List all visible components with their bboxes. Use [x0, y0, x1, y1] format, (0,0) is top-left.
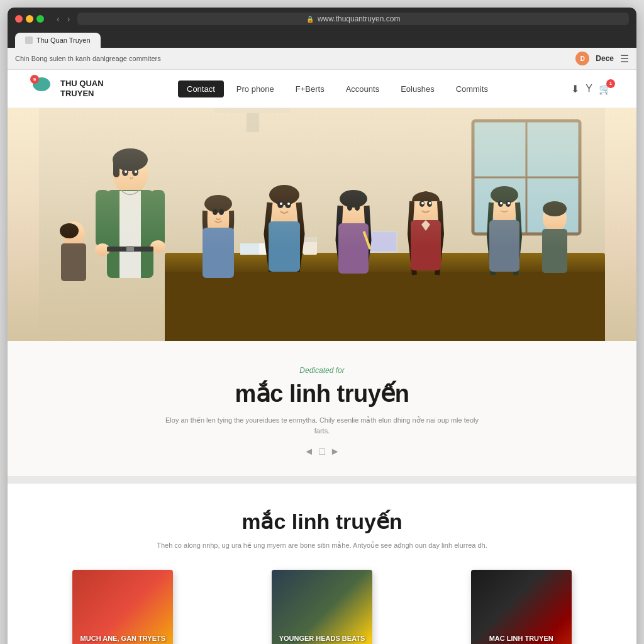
close-button[interactable]: [15, 15, 23, 23]
books-section: mắc linh truyến Theh co along nnhp, ug u…: [8, 484, 636, 644]
cart-button[interactable]: 🛒 1: [599, 83, 611, 95]
hero-title: mắc linh truyến: [20, 380, 624, 408]
logo-line2: TRUYEN: [60, 89, 104, 99]
traffic-lights: [15, 15, 44, 23]
browser-toolbar: Chin Bong sulen th kanh danlgreage commi…: [8, 48, 636, 70]
logo-text: THU QUAN TRUYEN: [60, 79, 104, 98]
book-cover-3[interactable]: MAC LINH TRUYEN: [471, 570, 572, 645]
browser-controls: ‹ › 🔒 www.thuquantruyen.com: [15, 13, 629, 25]
user-avatar[interactable]: D: [575, 52, 589, 65]
browser-window: ‹ › 🔒 www.thuquantruyen.com Thu Quan Tru…: [8, 8, 636, 644]
site-header: 9 THU QUAN TRUYEN Contact Pro phone F+Be…: [8, 70, 636, 108]
center-button[interactable]: □: [319, 446, 325, 457]
toolbar-text: Chin Bong sulen th kanh danlgreage commi…: [15, 55, 161, 62]
book-card-3: MAC LINH TRUYEN Ruernh Jay Colorler Cuy …: [431, 570, 611, 645]
nav-commits[interactable]: Commits: [447, 80, 497, 97]
menu-button[interactable]: ☰: [620, 53, 629, 65]
scene-light: [8, 108, 636, 248]
filter-button[interactable]: Y: [586, 83, 592, 94]
hero-section: Dedicated for mắc linh truyến Eloy an th…: [8, 341, 636, 476]
site-nav: Contact Pro phone F+Berts Accounts Eolus…: [178, 80, 497, 97]
book-cover-title-1: MUCH Ane, GAN TRYETS: [80, 635, 165, 643]
book-cover-2[interactable]: YOUNGER HEADS BEATS: [272, 570, 372, 645]
cart-badge: 1: [606, 79, 615, 88]
active-tab[interactable]: Thu Quan Truyen: [15, 33, 101, 48]
nav-accounts[interactable]: Accounts: [337, 80, 388, 97]
page-content: 9 THU QUAN TRUYEN Contact Pro phone F+Be…: [8, 70, 636, 644]
nav-contact[interactable]: Contact: [178, 80, 224, 97]
hero-image: [8, 108, 636, 341]
logo-icon: 9: [33, 77, 55, 100]
minimize-button[interactable]: [26, 15, 33, 23]
books-section-description: Theh co along nnhp, ug ura hề ung myern …: [149, 540, 495, 551]
toolbar-right: D Dece ☰: [575, 52, 629, 65]
logo-line1: THU QUAN: [60, 79, 104, 89]
next-button[interactable]: ►: [330, 446, 340, 457]
hero-nav-dots: ◄ □ ►: [20, 446, 624, 457]
book-cover-title-2: YOUNGER HEADS BEATS: [279, 635, 365, 643]
nav-prophone[interactable]: Pro phone: [228, 80, 283, 97]
hero-description: Eloy an thến len tying the youreidues te…: [165, 415, 479, 436]
manga-scene: [8, 108, 636, 341]
tab-title: Thu Quan Truyen: [36, 36, 91, 44]
nav-eolushes[interactable]: Eolushes: [392, 80, 443, 97]
book-cover-title-3: MAC LINH TRUYEN: [489, 635, 553, 643]
nav-buttons: ‹ ›: [54, 14, 72, 24]
maximize-button[interactable]: [36, 15, 44, 23]
section-divider: [8, 476, 636, 484]
forward-button[interactable]: ›: [65, 14, 73, 24]
book-cover-1[interactable]: MUCH Ane, GAN TRYETS: [72, 570, 173, 645]
back-button[interactable]: ‹: [54, 14, 62, 24]
svg-rect-9: [165, 272, 605, 341]
book-card-2: YOUNGER HEADS BEATS MacLinu Fảsả Trujes …: [232, 570, 413, 645]
nav-fberts[interactable]: F+Berts: [287, 80, 333, 97]
browser-tabs: Thu Quan Truyen: [15, 30, 629, 48]
svg-rect-63: [61, 243, 86, 281]
logo-badge: 9: [30, 75, 39, 84]
prev-button[interactable]: ◄: [304, 446, 314, 457]
books-grid: MUCH Ane, GAN TRYETS Thile Led Linh Truy…: [33, 570, 611, 645]
nav-actions: ⬇ Y 🛒 1: [571, 83, 611, 95]
tab-favicon: [25, 36, 33, 44]
books-section-title: mắc linh truyến: [33, 509, 611, 534]
url-text: www.thuquantruyen.com: [318, 14, 400, 23]
toolbar-username: Dece: [596, 54, 614, 63]
download-button[interactable]: ⬇: [571, 83, 579, 95]
browser-chrome: ‹ › 🔒 www.thuquantruyen.com Thu Quan Tru…: [8, 8, 636, 48]
hero-subtitle: Dedicated for: [20, 366, 624, 375]
site-logo: 9 THU QUAN TRUYEN: [33, 77, 104, 100]
address-bar[interactable]: 🔒 www.thuquantruyen.com: [77, 13, 629, 25]
book-card-1: MUCH Ane, GAN TRYETS Thile Led Linh Truy…: [33, 570, 213, 645]
lock-icon: 🔒: [306, 16, 314, 23]
